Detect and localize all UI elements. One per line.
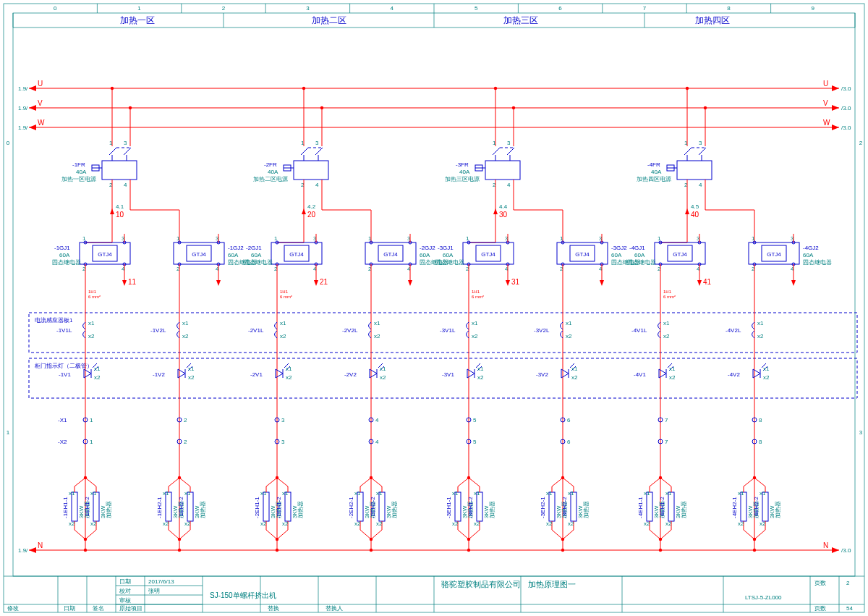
- svg-line-484: [699, 148, 706, 155]
- svg-text:x1: x1: [669, 366, 676, 372]
- svg-marker-51: [832, 125, 839, 130]
- svg-text:加热原理图一: 加热原理图一: [528, 580, 576, 588]
- svg-text:60A: 60A: [611, 252, 622, 258]
- svg-text:加热器: 加热器: [489, 501, 495, 518]
- svg-text:6 mm²: 6 mm²: [663, 295, 676, 299]
- svg-text:1: 1: [466, 235, 469, 242]
- svg-text:1: 1: [274, 235, 278, 242]
- svg-text:-1V2: -1V2: [153, 371, 165, 378]
- svg-text:-3GJ1: -3GJ1: [438, 245, 454, 251]
- svg-line-299: [266, 530, 277, 539]
- led-box: [29, 358, 857, 398]
- svg-text:x2: x2: [763, 374, 770, 381]
- svg-text:-2GJ2: -2GJ2: [420, 245, 435, 251]
- svg-text:校对: 校对: [119, 588, 131, 594]
- svg-text:x2: x2: [644, 520, 650, 527]
- svg-text:60A: 60A: [634, 252, 645, 258]
- svg-text:-1EH2-2: -1EH2-2: [178, 497, 184, 518]
- svg-text:-X1: -X1: [58, 417, 67, 423]
- svg-text:x2: x2: [669, 374, 676, 381]
- svg-text:1: 1: [90, 439, 93, 445]
- svg-text:x2: x2: [663, 333, 670, 339]
- svg-text:x1: x1: [452, 490, 459, 497]
- svg-line-589: [660, 530, 671, 539]
- svg-text:-3V2: -3V2: [536, 371, 548, 378]
- svg-text:40A: 40A: [459, 169, 470, 175]
- svg-text:x2: x2: [163, 520, 169, 527]
- svg-text:1: 1: [7, 429, 10, 436]
- svg-text:-2V2: -2V2: [344, 371, 357, 378]
- svg-text:1: 1: [301, 140, 305, 146]
- svg-text:-4V2: -4V2: [728, 371, 740, 378]
- svg-text:6 mm²: 6 mm²: [472, 295, 484, 299]
- svg-text:x1: x1: [88, 320, 95, 326]
- svg-text:-3V1L: -3V1L: [440, 327, 456, 334]
- svg-line-179: [169, 530, 179, 539]
- svg-text:x2: x2: [354, 520, 361, 527]
- svg-line-579: [650, 530, 660, 539]
- svg-text:x2: x2: [760, 520, 766, 527]
- svg-text:加热器: 加热器: [583, 501, 590, 518]
- svg-line-64: [124, 148, 131, 155]
- svg-text:页数: 页数: [814, 605, 826, 612]
- svg-text:替换人: 替换人: [326, 605, 343, 612]
- svg-text:7: 7: [665, 439, 668, 445]
- svg-line-160: [85, 478, 96, 486]
- svg-line-203: [301, 148, 308, 155]
- svg-text:2: 2: [846, 580, 850, 586]
- svg-text:6 mm²: 6 mm²: [88, 295, 101, 299]
- svg-text:1: 1: [137, 5, 141, 12]
- svg-text:-2V1L: -2V1L: [248, 327, 264, 334]
- svg-text:x2: x2: [566, 333, 572, 339]
- svg-text:x1: x1: [188, 366, 195, 372]
- svg-text:x2: x2: [94, 374, 101, 381]
- svg-line-570: [650, 478, 660, 486]
- svg-text:审核: 审核: [119, 597, 131, 604]
- svg-marker-539: [791, 280, 796, 286]
- svg-text:LTSJ-5-ZL000: LTSJ-5-ZL000: [745, 594, 782, 601]
- svg-text:x2: x2: [474, 520, 480, 527]
- svg-line-483: [684, 148, 692, 155]
- svg-text:-4GJ2: -4GJ2: [803, 245, 819, 251]
- svg-text:SJ-150单螺杆挤出机: SJ-150单螺杆挤出机: [210, 591, 276, 599]
- svg-text:1: 1: [176, 235, 180, 242]
- svg-point-611: [753, 476, 756, 479]
- svg-line-204: [315, 148, 323, 155]
- svg-text:-3FR: -3FR: [456, 161, 469, 168]
- svg-text:4: 4: [375, 439, 379, 445]
- svg-text:x1: x1: [568, 490, 574, 497]
- svg-rect-301: [285, 492, 291, 521]
- svg-text:x1: x1: [665, 490, 672, 497]
- svg-text:1: 1: [752, 235, 755, 242]
- svg-text:30: 30: [499, 211, 508, 219]
- svg-text:41: 41: [703, 278, 712, 286]
- svg-text:-3EH1-2: -3EH1-2: [467, 497, 474, 518]
- svg-text:6: 6: [567, 417, 571, 423]
- svg-marker-43: [29, 105, 36, 111]
- svg-marker-217: [302, 208, 306, 214]
- svg-text:x1: x1: [380, 366, 386, 372]
- svg-line-309: [277, 530, 288, 539]
- svg-line-609: [754, 530, 765, 539]
- svg-text:日期: 日期: [119, 578, 131, 585]
- svg-line-459: [552, 530, 563, 539]
- svg-text:1: 1: [82, 235, 86, 242]
- svg-rect-171: [166, 492, 171, 521]
- svg-rect-451: [549, 492, 555, 521]
- svg-text:固态继电器: 固态继电器: [244, 259, 273, 266]
- svg-rect-480: [677, 161, 712, 180]
- svg-text:6: 6: [558, 5, 562, 12]
- svg-line-310: [360, 478, 371, 486]
- svg-marker-77: [110, 208, 114, 214]
- svg-text:-4EH1-2: -4EH1-2: [659, 497, 665, 518]
- svg-text:1H1: 1H1: [280, 290, 289, 294]
- svg-rect-321: [379, 492, 385, 521]
- svg-text:1: 1: [109, 140, 113, 146]
- svg-text:4.2: 4.2: [307, 203, 316, 210]
- svg-line-290: [266, 478, 277, 486]
- svg-text:加热一区: 加热一区: [120, 15, 155, 25]
- svg-text:8: 8: [759, 439, 762, 445]
- svg-text:x2: x2: [260, 520, 267, 527]
- svg-line-159: [75, 530, 85, 539]
- svg-text:x2: x2: [452, 520, 459, 527]
